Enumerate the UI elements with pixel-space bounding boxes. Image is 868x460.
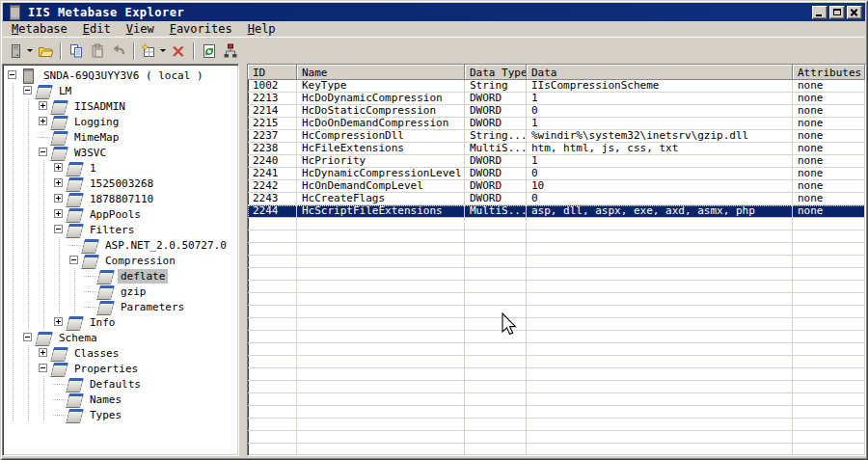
list-row-2241[interactable]: 2241HcDynamicCompressionLevelDWORD0none xyxy=(248,168,865,180)
tree-item-types[interactable]: Types xyxy=(7,407,238,422)
list-row-2215[interactable]: 2215HcDoOnDemandCompressionDWORD1none xyxy=(248,118,865,130)
new-key-dropdown-arrow[interactable] xyxy=(160,49,166,52)
tree-item-classes[interactable]: Classes xyxy=(7,345,238,361)
tree-item-w3svc[interactable]: W3SVC xyxy=(7,145,238,160)
expand-toggle[interactable] xyxy=(38,345,50,361)
menu-view[interactable]: View xyxy=(119,21,162,37)
tree-item-filters[interactable]: Filters xyxy=(7,222,238,237)
tree-item-compression[interactable]: Compression xyxy=(7,253,238,268)
connect-server-button[interactable] xyxy=(6,41,35,62)
tree-indent-guide xyxy=(7,206,22,222)
list-row-2214[interactable]: 2214HcDoStaticCompressionDWORD0none xyxy=(248,105,865,118)
tree-item-1878807110[interactable]: 1878807110 xyxy=(7,191,238,206)
tree-indent-guide xyxy=(53,237,68,253)
column-header-data[interactable]: Data xyxy=(527,65,793,80)
key-icon xyxy=(50,130,68,145)
list-row-2240[interactable]: 2240HcPriorityDWORD1none xyxy=(248,155,865,168)
collapse-toggle[interactable] xyxy=(68,253,81,268)
tree-item-label: Schema xyxy=(56,331,100,345)
panel-splitter[interactable] xyxy=(239,64,247,456)
tree-item-defaults[interactable]: Defaults xyxy=(7,376,238,392)
tree-item-asp-net-2-0-50727-0[interactable]: ASP.NET_2.0.50727.0 xyxy=(7,237,238,253)
title-bar[interactable]: IIS Metabase Explorer xyxy=(3,3,865,21)
open-folder-button[interactable] xyxy=(35,41,56,62)
tree-indent-guide xyxy=(7,376,22,392)
delete-button[interactable] xyxy=(168,41,189,62)
refresh-button[interactable] xyxy=(199,41,220,62)
tree-item-label: ASP.NET_2.0.50727.0 xyxy=(102,238,230,253)
list-cell: 1 xyxy=(527,155,793,168)
tree-item-parameters[interactable]: Parameters xyxy=(7,299,238,314)
close-button[interactable] xyxy=(847,6,862,19)
collapse-toggle[interactable] xyxy=(38,361,50,376)
copy-button[interactable] xyxy=(66,41,87,62)
tree-item-deflate[interactable]: deflate xyxy=(7,268,238,284)
minimize-button[interactable] xyxy=(812,6,827,19)
collapse-toggle[interactable] xyxy=(7,68,19,83)
list-empty-cell xyxy=(527,444,793,455)
paste-button[interactable] xyxy=(87,41,108,62)
list-row-2243[interactable]: 2243HcCreateFlagsDWORD0none xyxy=(248,193,865,205)
list-empty-cell xyxy=(297,256,465,268)
expand-toggle[interactable] xyxy=(53,160,66,176)
list-row-2237[interactable]: 2237HcCompressionDllString...%windir%\sy… xyxy=(248,130,865,143)
expand-toggle[interactable] xyxy=(38,98,50,114)
tree-indent-guide xyxy=(68,299,84,314)
menu-metabase[interactable]: Metabase xyxy=(4,21,75,37)
tree-item-label: Types xyxy=(87,408,124,422)
column-header-name[interactable]: Name xyxy=(297,65,465,80)
collapse-toggle[interactable] xyxy=(22,83,35,98)
expand-toggle[interactable] xyxy=(53,314,66,330)
new-key-button[interactable] xyxy=(139,41,168,62)
list-cell: 2244 xyxy=(248,205,297,218)
list-empty-row xyxy=(248,306,865,318)
tree-item-info[interactable]: Info xyxy=(7,314,238,330)
connect-dropdown-arrow[interactable] xyxy=(27,49,33,52)
tree-item-logging[interactable]: Logging xyxy=(7,114,238,129)
tree-item-mimemap[interactable]: MimeMap xyxy=(7,129,238,145)
properties-list-panel: IDNameData TypeDataAttributes 1002KeyTyp… xyxy=(247,64,866,456)
list-row-1002[interactable]: 1002KeyTypeStringIIsCompressionSchemenon… xyxy=(248,80,865,93)
expand-toggle[interactable] xyxy=(53,191,66,206)
tree-item-schema[interactable]: Schema xyxy=(7,330,238,345)
expand-toggle[interactable] xyxy=(53,176,66,191)
list-empty-cell xyxy=(297,368,465,381)
tree-item-names[interactable]: Names xyxy=(7,392,238,407)
tree-indent-guide xyxy=(7,145,22,160)
tree-item-apppools[interactable]: AppPools xyxy=(7,206,238,222)
tree-item-gzip[interactable]: gzip xyxy=(7,284,238,299)
list-empty-cell xyxy=(793,381,865,393)
list-row-2244[interactable]: 2244HcScriptFileExtensionsMultiS...asp, … xyxy=(248,205,865,218)
list-cell: 2213 xyxy=(248,93,297,105)
expand-toggle[interactable] xyxy=(53,206,66,222)
column-header-id[interactable]: ID xyxy=(248,65,297,80)
tree-item-iisadmin[interactable]: IISADMIN xyxy=(7,98,238,114)
tree-item-1525003268[interactable]: 1525003268 xyxy=(7,176,238,191)
hierarchy-view-button[interactable] xyxy=(220,41,241,62)
list-empty-cell xyxy=(527,268,793,281)
list-cell: HcScriptFileExtensions xyxy=(297,205,465,218)
list-row-2213[interactable]: 2213HcDoDynamicCompressionDWORD1none xyxy=(248,93,865,105)
list-cell: %windir%\system32\inetsrv\gzip.dll xyxy=(527,130,793,143)
tree-item-lm[interactable]: LM xyxy=(7,83,238,98)
column-header-attributes[interactable]: Attributes xyxy=(793,65,865,80)
list-cell: HcDoOnDemandCompression xyxy=(297,118,465,130)
expand-toggle[interactable] xyxy=(38,114,50,129)
collapse-toggle[interactable] xyxy=(38,145,50,160)
column-header-data-type[interactable]: Data Type xyxy=(465,65,527,80)
menu-favorites[interactable]: Favorites xyxy=(162,21,240,37)
list-row-2242[interactable]: 2242HcOnDemandCompLevelDWORD10none xyxy=(248,180,865,193)
list-empty-cell xyxy=(465,431,527,444)
tree-item-properties[interactable]: Properties xyxy=(7,361,238,376)
menu-edit[interactable]: Edit xyxy=(75,21,119,37)
menu-help[interactable]: Help xyxy=(240,21,284,37)
collapse-toggle[interactable] xyxy=(22,330,35,345)
collapse-toggle[interactable] xyxy=(53,222,66,237)
undo-button[interactable] xyxy=(108,41,129,62)
tree-item-snda-69q3uyy3v6-local[interactable]: SNDA-69Q3UYY3V6 ( local ) xyxy=(7,68,238,83)
maximize-button[interactable] xyxy=(829,6,845,19)
list-empty-cell xyxy=(793,431,865,444)
tree-item-label: 1878807110 xyxy=(87,192,156,206)
list-row-2238[interactable]: 2238HcFileExtensionsMultiS...htm, html, … xyxy=(248,143,865,155)
tree-item-1[interactable]: 1 xyxy=(7,160,238,176)
